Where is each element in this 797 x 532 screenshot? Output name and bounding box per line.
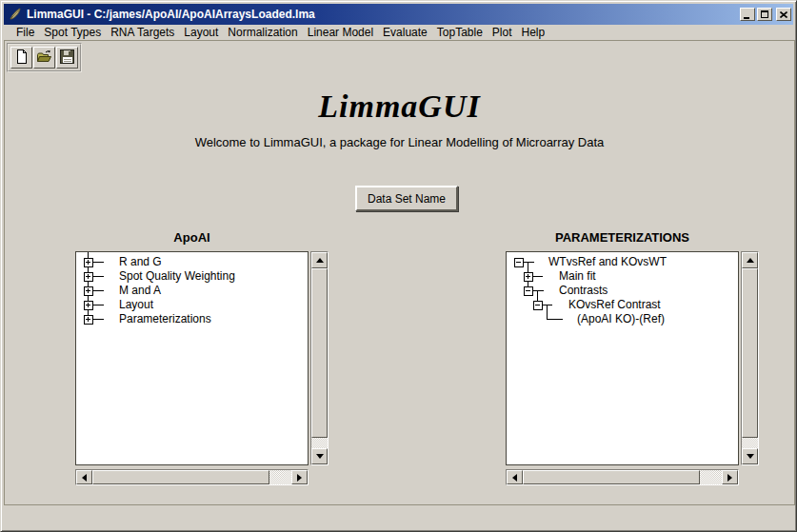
feather-icon (8, 7, 23, 22)
horizontal-scroll-thumb[interactable] (92, 470, 269, 484)
open-file-button[interactable] (33, 47, 55, 69)
menu-item-file[interactable]: File (11, 25, 39, 40)
scroll-up-icon[interactable] (311, 252, 328, 268)
parameterizations-tree[interactable]: WTvsRef and KOvsWT Main fit Contrasts KO… (506, 251, 739, 465)
close-icon[interactable] (776, 8, 791, 21)
content-frame: LimmaGUI Welcome to LimmaGUI, a package … (4, 40, 795, 505)
apoai-vertical-scrollbar[interactable] (310, 251, 329, 465)
toolbar (7, 43, 82, 72)
menu-item-toptable[interactable]: TopTable (432, 25, 488, 40)
menubar: File Spot Types RNA Targets Layout Norma… (4, 25, 793, 40)
save-floppy-icon (59, 49, 75, 68)
apoai-horizontal-scrollbar[interactable] (75, 469, 309, 485)
tree-node-parameterizations[interactable]: Parameterizations (119, 312, 211, 326)
parameterizations-panel: PARAMETERIZATIONS (506, 230, 759, 251)
vertical-scroll-thumb[interactable] (742, 268, 758, 438)
apoai-panel-header: ApoAI (75, 230, 309, 247)
scroll-right-icon[interactable] (291, 470, 308, 484)
open-folder-icon (36, 49, 52, 68)
tree-connector-lines (76, 252, 309, 465)
expand-toggle-spot-quality-weighting[interactable] (84, 272, 92, 281)
menu-item-spot-types[interactable]: Spot Types (39, 25, 106, 40)
tree-connector-lines (507, 252, 739, 465)
collapse-toggle-contrasts[interactable] (524, 286, 532, 295)
tree-node-layout[interactable]: Layout (119, 298, 153, 312)
menu-item-layout[interactable]: Layout (179, 25, 223, 40)
window-title: LimmaGUI - C:/james/ApoAI/ApoAIArraysLoa… (27, 8, 740, 21)
tree-node-kovsref-contrast[interactable]: KOvsRef Contrast (568, 298, 661, 312)
menu-item-evaluate[interactable]: Evaluate (378, 25, 432, 40)
expand-toggle-layout[interactable] (84, 301, 92, 309)
menu-item-plot[interactable]: Plot (488, 25, 517, 40)
tree-node-r-and-g[interactable]: R and G (119, 255, 162, 269)
app-window: LimmaGUI - C:/james/ApoAI/ApoAIArraysLoa… (0, 0, 797, 532)
tree-node-wtvsref-and-kovswt[interactable]: WTvsRef and KOvsWT (548, 255, 667, 269)
page-title: LimmaGUI (5, 89, 794, 125)
menu-item-rna-targets[interactable]: RNA Targets (106, 25, 179, 40)
tree-node-contrasts[interactable]: Contrasts (559, 284, 608, 298)
scroll-left-icon[interactable] (76, 470, 92, 484)
window-controls (740, 8, 791, 21)
collapse-toggle-kovsref-contrast[interactable] (533, 301, 542, 309)
parameterizations-panel-header: PARAMETERIZATIONS (506, 230, 739, 247)
new-file-button[interactable] (10, 47, 32, 69)
scroll-down-icon[interactable] (311, 448, 328, 464)
collapse-toggle-wtvsref-and-kovswt[interactable] (514, 258, 523, 266)
menu-item-normalization[interactable]: Normalization (223, 25, 302, 40)
save-file-button[interactable] (56, 47, 78, 69)
minimize-icon[interactable] (740, 8, 755, 21)
tree-node-main-fit[interactable]: Main fit (559, 269, 596, 284)
apoai-panel: ApoAI (75, 230, 329, 251)
tree-node-apoai-ko-ref[interactable]: (ApoAI KO)-(Ref) (577, 312, 665, 326)
data-set-name-button[interactable]: Data Set Name (355, 186, 458, 211)
expand-toggle-parameterizations[interactable] (84, 315, 92, 324)
menu-item-help[interactable]: Help (517, 25, 550, 40)
titlebar[interactable]: LimmaGUI - C:/james/ApoAI/ApoAIArraysLoa… (4, 4, 793, 25)
parameterizations-horizontal-scrollbar[interactable] (506, 469, 739, 485)
scroll-up-icon[interactable] (742, 252, 758, 268)
scroll-down-icon[interactable] (742, 448, 758, 464)
scroll-right-icon[interactable] (722, 470, 738, 484)
horizontal-scroll-thumb[interactable] (523, 470, 700, 484)
expand-toggle-m-and-a[interactable] (84, 286, 92, 295)
page-subtitle: Welcome to LimmaGUI, a package for Linea… (5, 135, 794, 149)
new-document-icon (13, 49, 30, 68)
tree-node-m-and-a[interactable]: M and A (119, 284, 161, 298)
parameterizations-vertical-scrollbar[interactable] (741, 251, 759, 465)
menu-item-linear-model[interactable]: Linear Model (303, 25, 378, 40)
scroll-left-icon[interactable] (507, 470, 523, 484)
maximize-icon[interactable] (757, 8, 772, 21)
apoai-tree[interactable]: R and G Spot Quality Weighting M and A L… (75, 251, 309, 465)
expand-toggle-r-and-g[interactable] (84, 258, 92, 266)
vertical-scroll-thumb[interactable] (311, 268, 328, 438)
expand-toggle-main-fit[interactable] (524, 272, 532, 281)
tree-node-spot-quality-weighting[interactable]: Spot Quality Weighting (119, 269, 235, 284)
